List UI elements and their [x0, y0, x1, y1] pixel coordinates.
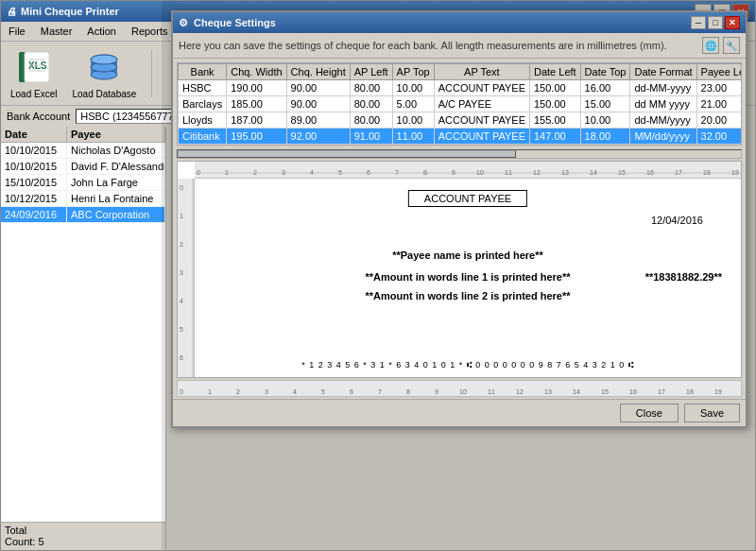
ap-top-barclays: 5.00 [392, 96, 434, 112]
ap-top-hsbc: 10.00 [392, 80, 434, 96]
dialog-footer: Close Save [173, 399, 746, 426]
date-left-lloyds: 155.00 [529, 112, 580, 129]
svg-text:5: 5 [180, 326, 183, 333]
payee-cell: David F. D'Alessandr [67, 159, 165, 175]
col-date-left: Date Left [529, 64, 580, 80]
cheque-settings-table: Bank Chq. Width Chq. Height AP Left AP T… [178, 63, 742, 145]
ap-text-citibank: ACCOUNT PAYEE [434, 129, 529, 145]
window-title: Mini Cheque Printer [21, 6, 119, 17]
hscrollbar[interactable] [177, 149, 742, 159]
svg-text:16: 16 [646, 169, 654, 176]
payee-cell: ABC Corporation [67, 207, 165, 223]
micr-text: * 1 2 3 4 5 6 * 3 1 * 6 3 4 0 1 0 1 * ⑆ … [301, 360, 634, 370]
table-row[interactable]: 10/12/2015 Henri La Fontaine [1, 191, 165, 207]
svg-text:3: 3 [180, 269, 183, 276]
save-button[interactable]: Save [684, 404, 740, 422]
info-icon-1[interactable]: 🌐 [702, 37, 719, 54]
col-date-format: Date Format [630, 64, 696, 80]
bank-lloyds: Lloyds [179, 112, 227, 129]
svg-text:17: 17 [675, 169, 682, 176]
date-cell: 10/10/2015 [1, 143, 67, 159]
svg-text:8: 8 [406, 388, 410, 395]
svg-text:9: 9 [435, 388, 438, 395]
svg-text:5: 5 [321, 388, 325, 395]
col-payee-left: Payee Left [696, 64, 742, 80]
svg-text:0: 0 [197, 169, 200, 176]
data-table-container: Bank Chq. Width Chq. Height AP Left AP T… [177, 62, 742, 146]
svg-text:14: 14 [590, 169, 597, 176]
table-row-barclays[interactable]: Barclays 185.00 90.00 80.00 5.00 A/C PAY… [179, 96, 743, 112]
menu-action[interactable]: Action [79, 24, 124, 39]
toolbar-separator-1 [151, 50, 152, 97]
ap-text-barclays: A/C PAYEE [434, 96, 529, 112]
svg-text:18: 18 [703, 169, 711, 176]
menu-master[interactable]: Master [33, 24, 80, 39]
svg-text:0: 0 [180, 184, 183, 191]
info-icon-2[interactable]: 🔧 [723, 37, 740, 54]
table-row[interactable]: 24/09/2016 ABC Corporation [1, 207, 165, 223]
count-row: Count: 5 [5, 536, 162, 547]
dialog-close-button[interactable]: ✕ [725, 16, 740, 29]
date-top-barclays: 15.00 [580, 96, 630, 112]
hscrollbar-thumb[interactable] [178, 150, 516, 158]
top-ruler: 0 1 2 3 4 5 6 7 8 9 10 1 [195, 162, 741, 179]
chq-height-hsbc: 90.00 [286, 80, 350, 96]
svg-text:12: 12 [516, 388, 524, 395]
table-row-lloyds[interactable]: Lloyds 187.00 89.00 80.00 10.00 ACCOUNT … [179, 112, 743, 129]
payee-cell: Nicholas D'Agosto [67, 143, 165, 159]
table-header-row: Bank Chq. Width Chq. Height AP Left AP T… [179, 64, 743, 80]
col-date-top: Date Top [580, 64, 630, 80]
date-cell: 10/12/2015 [1, 191, 67, 207]
count-value: 5 [38, 536, 43, 547]
chq-height-barclays: 90.00 [286, 96, 350, 112]
count-label: Count: [5, 536, 35, 547]
amount-words2-preview: **Amount in words line 2 is printed here… [366, 290, 571, 301]
load-database-button[interactable]: Load Database [68, 45, 140, 101]
load-excel-button[interactable]: XLS Load Excel [7, 45, 60, 101]
svg-text:3: 3 [265, 388, 268, 395]
dialog-maximize-button[interactable]: □ [708, 16, 723, 29]
table-row[interactable]: 10/10/2015 Nicholas D'Agosto [1, 143, 165, 159]
dialog-info: Here you can save the settings of cheque… [173, 33, 746, 59]
left-table-header: Date Payee [1, 127, 165, 143]
table-row[interactable]: 10/10/2015 David F. D'Alessandr [1, 159, 165, 175]
close-button[interactable]: Close [620, 404, 679, 422]
excel-icon: XLS [14, 47, 54, 87]
chq-height-citibank: 92.00 [286, 129, 350, 145]
chq-width-hsbc: 190.00 [227, 80, 286, 96]
svg-text:4: 4 [293, 388, 297, 395]
menu-file[interactable]: File [1, 24, 33, 39]
top-ruler-svg: 0 1 2 3 4 5 6 7 8 9 10 1 [195, 162, 741, 179]
cheque-settings-dialog: ⚙ Cheque Settings ─ □ ✕ Here you can sav… [171, 10, 747, 428]
ap-text-hsbc: ACCOUNT PAYEE [434, 80, 529, 96]
ap-left-citibank: 91.00 [350, 129, 392, 145]
svg-text:18: 18 [686, 388, 694, 395]
bank-citibank: Citibank [179, 129, 227, 145]
payee-cell: Henri La Fontaine [67, 191, 165, 207]
title-bar-text: 🖨 Mini Cheque Printer [7, 6, 119, 17]
payee-name-preview: **Payee name is printed here** [392, 250, 543, 261]
dialog-minimize-button[interactable]: ─ [691, 16, 706, 29]
amount-words1-preview: **Amount in words line 1 is printed here… [366, 271, 571, 283]
preview-date-text: 12/04/2016 [651, 215, 703, 226]
date-left-citibank: 147.00 [529, 129, 580, 145]
payee-left-citibank: 32.00 [696, 129, 742, 145]
load-excel-label: Load Excel [10, 89, 57, 99]
bank-hsbc: HSBC [179, 80, 227, 96]
chq-width-lloyds: 187.00 [227, 112, 286, 129]
svg-text:11: 11 [505, 169, 512, 176]
svg-text:13: 13 [544, 388, 552, 395]
svg-text:6: 6 [180, 354, 183, 361]
svg-point-10 [91, 55, 117, 64]
table-row[interactable]: 15/10/2015 John La Farge [1, 175, 165, 191]
account-payee-text: ACCOUNT PAYEE [424, 193, 511, 204]
payee-cell: John La Farge [67, 175, 165, 191]
date-left-hsbc: 150.00 [529, 80, 580, 96]
svg-text:7: 7 [378, 388, 382, 395]
main-window: 🖨 Mini Cheque Printer ─ □ ✕ File Master … [0, 0, 756, 551]
table-row-citibank[interactable]: Citibank 195.00 92.00 91.00 11.00 ACCOUN… [179, 129, 743, 145]
col-ap-left: AP Left [350, 64, 392, 80]
svg-text:15: 15 [601, 388, 609, 395]
table-row-hsbc[interactable]: HSBC 190.00 90.00 80.00 10.00 ACCOUNT PA… [179, 80, 743, 96]
date-format-hsbc: dd-MM-yyyy [630, 80, 696, 96]
